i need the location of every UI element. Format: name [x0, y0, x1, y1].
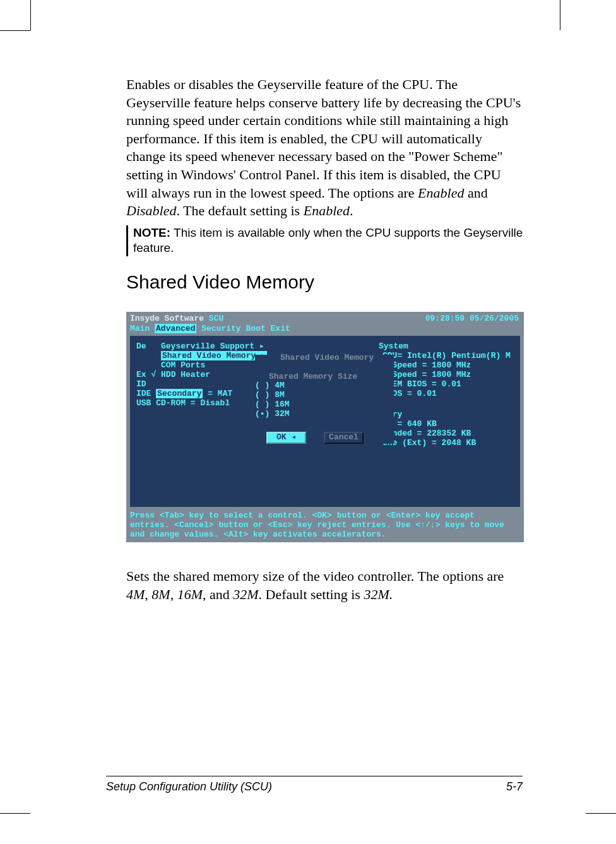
- crop-mark: [586, 813, 616, 814]
- sys-uspeed: U Speed = 1800 MHz: [382, 371, 515, 380]
- bios-screenshot: Insyde Software SCU 09:28:59 05/26/2005 …: [126, 312, 524, 542]
- em-32m: 32M: [233, 586, 258, 602]
- option-4m[interactable]: ( ) 4M: [255, 381, 394, 391]
- item-com-ports[interactable]: COM Ports: [161, 360, 205, 370]
- bios-popup: Shared Video Memory Shared Memory Size (…: [255, 355, 394, 444]
- footer-line-3: and change values. <Alt> key activates a…: [130, 530, 520, 540]
- note-label: NOTE:: [133, 226, 170, 239]
- text: ,: [170, 586, 177, 602]
- sys-title: System: [379, 342, 515, 352]
- footer-line-2: entries. <Cancel> button or <Esc> key re…: [130, 521, 520, 530]
- ok-button[interactable]: OK ◂: [266, 432, 306, 444]
- em-32m: 32M.: [364, 586, 393, 602]
- bios-memory-panel: mory se = 640 KB tended = 228352 KB che …: [382, 410, 515, 448]
- sys-cpu: CPU= Intel(R) Pentium(R) M: [382, 352, 515, 361]
- mem-ext: tended = 228352 KB: [382, 429, 515, 439]
- crop-mark: [0, 30, 30, 31]
- menu-main[interactable]: Main: [130, 324, 150, 333]
- note-text: This item is available only when the CPU…: [133, 226, 523, 255]
- mem-cache: che (Ext) = 2048 KB: [382, 439, 515, 448]
- bios-left-list: De Geyserville Support ▸ Shared Video Me…: [136, 342, 267, 408]
- text: ,: [145, 586, 151, 602]
- crop-mark: [30, 0, 31, 30]
- text: Enables or disables the Geyserville feat…: [126, 76, 521, 201]
- footer-rule: [106, 776, 523, 776]
- sys-bios2: BIOS = 0.01: [382, 389, 515, 399]
- bios-help-text: Press <Tab> key to select a control. <OK…: [130, 511, 520, 540]
- em-enabled: Enabled: [304, 203, 350, 218]
- cancel-button[interactable]: Cancel: [324, 432, 364, 444]
- label: ID: [136, 379, 146, 389]
- bios-system-panel: System CPU= Intel(R) Pentium(R) M X Spee…: [382, 342, 515, 399]
- text: , and: [203, 586, 233, 602]
- em-8m: 8M: [151, 586, 170, 602]
- sys-bios1: STEM BIOS = 0.01: [382, 380, 515, 389]
- item-usb-cdrom[interactable]: USB CD-ROM = Disabl: [136, 398, 230, 408]
- em-4m: 4M: [126, 586, 145, 602]
- mem-title: mory: [382, 410, 515, 420]
- heading-shared-video-memory: Shared Video Memory: [126, 271, 524, 293]
- em-enabled: Enabled: [418, 185, 464, 201]
- bios-title: Insyde Software SCU: [130, 314, 223, 323]
- popup-subtitle: Shared Memory Size: [269, 372, 357, 382]
- sys-xspeed: X Speed = 1800 MHz: [382, 361, 515, 371]
- bios-title-app: SCU: [204, 314, 223, 323]
- text: .: [350, 203, 353, 218]
- em-disabled: Disabled: [126, 203, 176, 218]
- bios-menubar: Main Advanced Security Boot Exit: [130, 324, 290, 333]
- menu-advanced[interactable]: Advanced: [155, 324, 196, 333]
- bios-title-brand: Insyde Software: [130, 314, 204, 323]
- text: Sets the shared memory size of the video…: [126, 568, 504, 584]
- footer-line-1: Press <Tab> key to select a control. <OK…: [130, 511, 520, 521]
- page-number: 5-7: [506, 780, 523, 793]
- footer-title: Setup Configuration Utility (SCU): [106, 780, 272, 793]
- item-hdd-heater[interactable]: √ HDD Heater: [151, 370, 210, 379]
- bios-main-area: De Geyserville Support ▸ Shared Video Me…: [130, 336, 520, 507]
- em-16m: 16M: [177, 586, 203, 602]
- item-secondary[interactable]: Secondary: [156, 389, 203, 398]
- crop-mark: [0, 813, 30, 814]
- note-box: NOTE: This item is available only when t…: [126, 225, 524, 256]
- item-geyserville[interactable]: Geyserville Support ▸: [161, 342, 264, 351]
- menu-boot[interactable]: Boot: [246, 324, 266, 333]
- text: . Default setting is: [259, 586, 364, 602]
- option-32m[interactable]: (•) 32M: [255, 410, 394, 419]
- label: = MAT: [208, 389, 232, 398]
- popup-title: Shared Video Memory: [280, 354, 374, 363]
- bios-clock: 09:28:59 05/26/2005: [425, 314, 519, 323]
- item-shared-video-memory[interactable]: Shared Video Memory ▸: [161, 351, 267, 360]
- crop-mark: [560, 0, 560, 30]
- label: Ex: [136, 370, 146, 379]
- text: and: [464, 185, 487, 201]
- menu-security[interactable]: Security: [201, 324, 240, 333]
- body-paragraph-1: Enables or disables the Geyserville feat…: [126, 76, 524, 220]
- option-8m[interactable]: ( ) 8M: [255, 391, 394, 400]
- label: IDE: [136, 389, 151, 398]
- mem-base: se = 640 KB: [382, 420, 515, 429]
- page-footer: Setup Configuration Utility (SCU) 5-7: [106, 776, 523, 793]
- option-16m[interactable]: ( ) 16M: [255, 400, 394, 410]
- body-paragraph-2: Sets the shared memory size of the video…: [126, 568, 524, 603]
- text: . The default setting is: [176, 203, 303, 218]
- label: De: [136, 342, 146, 351]
- menu-exit[interactable]: Exit: [271, 324, 290, 333]
